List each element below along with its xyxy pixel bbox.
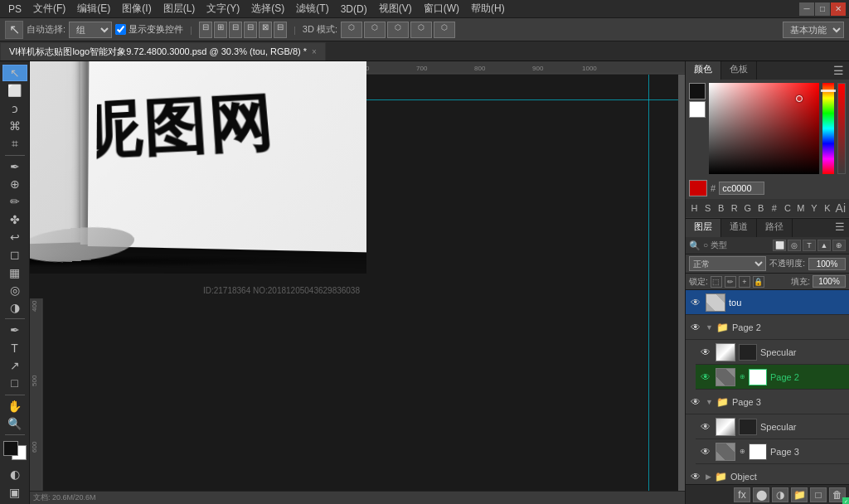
lock-transparent-btn[interactable]: ⬚ bbox=[711, 276, 722, 288]
clone-tool[interactable]: ✤ bbox=[2, 211, 27, 227]
ai-label[interactable]: Ai bbox=[836, 201, 846, 215]
3d-btn2[interactable]: ⬡ bbox=[364, 22, 386, 38]
align-center-btn[interactable]: ⊞ bbox=[214, 22, 227, 38]
menu-text[interactable]: 文字(Y) bbox=[201, 0, 245, 17]
text-tool[interactable]: T bbox=[2, 340, 27, 356]
layer-page3-smart-visibility[interactable]: 👁 bbox=[699, 445, 712, 458]
crop-tool[interactable]: ⌗ bbox=[2, 135, 27, 152]
brush-tool[interactable]: ✏ bbox=[2, 193, 27, 210]
color-picker[interactable] bbox=[3, 441, 27, 460]
lock-image-btn[interactable]: ✏ bbox=[725, 276, 736, 288]
zoom-tool[interactable]: 🔍 bbox=[2, 415, 27, 432]
color-tool-m[interactable]: M bbox=[795, 201, 806, 216]
menu-image[interactable]: 图像(I) bbox=[117, 0, 156, 17]
color-tool-6[interactable]: B bbox=[755, 201, 766, 216]
path-select-tool[interactable]: ↗ bbox=[2, 357, 27, 374]
new-layer-btn[interactable]: □ bbox=[810, 487, 827, 502]
tab-paths[interactable]: 路径 bbox=[757, 219, 793, 237]
panel-menu-icon[interactable]: ☰ bbox=[828, 61, 849, 80]
3d-btn4[interactable]: ⬡ bbox=[410, 22, 432, 38]
layer-page2-smart-visibility[interactable]: 👁 bbox=[699, 371, 712, 384]
layer-object-group[interactable]: 👁 ▶ 📁 Object bbox=[686, 464, 849, 484]
align-middle-btn[interactable]: ⊠ bbox=[259, 22, 272, 38]
history-brush-tool[interactable]: ↩ bbox=[2, 229, 27, 245]
color-tool-k[interactable]: K bbox=[822, 201, 832, 216]
layer-type-dropdown[interactable]: 组 图层 bbox=[69, 22, 112, 38]
3d-btn1[interactable]: ⬡ bbox=[341, 22, 362, 38]
tab-layers[interactable]: 图层 bbox=[686, 219, 721, 237]
add-mask-btn[interactable]: ⬤ bbox=[753, 487, 769, 502]
restore-button[interactable]: □ bbox=[815, 2, 830, 16]
color-tool-2[interactable]: S bbox=[702, 201, 713, 216]
layer-page2-group[interactable]: 👁 ▼ 📁 Page 2 bbox=[686, 315, 849, 340]
layer-page3-visibility[interactable]: 👁 bbox=[689, 395, 702, 409]
shape-tool[interactable]: □ bbox=[2, 375, 27, 391]
hand-tool[interactable]: ✋ bbox=[2, 397, 27, 414]
color-tool-4[interactable]: R bbox=[729, 201, 740, 216]
layer-object-visibility[interactable]: 👁 bbox=[689, 470, 702, 483]
pen-tool[interactable]: ✒ bbox=[2, 322, 27, 338]
menu-layer[interactable]: 图层(L) bbox=[158, 0, 201, 17]
filter-pixel-btn[interactable]: ⬜ bbox=[773, 240, 786, 251]
move-tool[interactable]: ↖ bbox=[2, 65, 27, 81]
color-tool-5[interactable]: G bbox=[742, 201, 753, 216]
show-transform-checkbox[interactable]: 显示变换控件 bbox=[115, 23, 183, 36]
opacity-strip[interactable] bbox=[837, 83, 846, 174]
layers-menu-icon[interactable]: ☰ bbox=[831, 219, 849, 237]
color-gradient-picker[interactable] bbox=[709, 83, 819, 174]
bg-color-swatch[interactable] bbox=[689, 101, 706, 118]
layer-page3-group[interactable]: 👁 ▼ 📁 Page 3 bbox=[686, 390, 849, 414]
menu-help[interactable]: 帮助(H) bbox=[466, 0, 510, 17]
color-tool-1[interactable]: H bbox=[689, 201, 700, 216]
quick-select-tool[interactable]: ⌘ bbox=[2, 118, 27, 134]
gradient-tool[interactable]: ▦ bbox=[2, 264, 27, 280]
workspace-dropdown[interactable]: 基本功能 bbox=[783, 22, 844, 38]
object-expand-arrow[interactable]: ▶ bbox=[706, 472, 711, 481]
page2-expand-arrow[interactable]: ▼ bbox=[706, 323, 713, 332]
color-tool-3[interactable]: B bbox=[716, 201, 726, 216]
layer-specular2[interactable]: 👁 Specular bbox=[696, 414, 849, 439]
eyedropper-tool[interactable]: ✒ bbox=[2, 158, 27, 174]
filter-text-btn[interactable]: T bbox=[803, 240, 816, 251]
layer-specular1[interactable]: 👁 Specular bbox=[696, 340, 849, 365]
lock-position-btn[interactable]: + bbox=[739, 276, 750, 288]
canvas-area[interactable]: 100 200 300 400 500 600 700 800 900 1000… bbox=[30, 61, 685, 504]
opacity-value[interactable]: 100% bbox=[808, 258, 846, 270]
screen-mode-tool[interactable]: ▣ bbox=[2, 484, 27, 501]
menu-file[interactable]: 文件(F) bbox=[28, 0, 70, 17]
quick-mask-tool[interactable]: ◐ bbox=[2, 466, 27, 482]
menu-window[interactable]: 窗口(W) bbox=[419, 0, 464, 17]
add-style-btn[interactable]: fx bbox=[734, 487, 750, 502]
3d-btn5[interactable]: ⬡ bbox=[434, 22, 455, 38]
blur-tool[interactable]: ◎ bbox=[2, 282, 27, 298]
rectangular-marquee-tool[interactable]: ⬜ bbox=[2, 82, 27, 99]
layer-page3-smart[interactable]: 👁 ⊕ Page 3 bbox=[696, 439, 849, 464]
eraser-tool[interactable]: ◻ bbox=[2, 246, 27, 263]
color-tool-c[interactable]: C bbox=[782, 201, 793, 216]
layer-tou[interactable]: 👁 tou bbox=[686, 290, 849, 315]
layer-tou-visibility[interactable]: 👁 bbox=[689, 296, 702, 309]
menu-edit[interactable]: 编辑(E) bbox=[72, 0, 115, 17]
menu-ps[interactable]: PS bbox=[3, 2, 27, 17]
document-tab[interactable]: VI样机标志贴图logo智能对象9.72.4800.3000.psd @ 30.… bbox=[0, 42, 326, 61]
hue-strip[interactable] bbox=[822, 83, 834, 174]
layer-page2-smart[interactable]: 👁 ✓ ⊕ Page 2 bbox=[696, 365, 849, 390]
color-tool-y[interactable]: Y bbox=[808, 201, 819, 216]
new-adjustment-btn[interactable]: ◑ bbox=[772, 487, 788, 502]
page3-expand-arrow[interactable]: ▼ bbox=[706, 398, 713, 406]
align-top-btn[interactable]: ⊟ bbox=[244, 22, 257, 38]
menu-3d[interactable]: 3D(D) bbox=[336, 2, 372, 17]
lasso-tool[interactable]: ↄ bbox=[2, 100, 27, 117]
hex-input[interactable] bbox=[719, 182, 764, 195]
tab-swatches[interactable]: 色板 bbox=[721, 61, 757, 80]
align-bottom-btn[interactable]: ⊟ bbox=[274, 22, 287, 38]
align-left-btn[interactable]: ⊟ bbox=[199, 22, 212, 38]
close-button[interactable]: ✕ bbox=[831, 2, 846, 16]
spot-heal-tool[interactable]: ⊕ bbox=[2, 176, 27, 192]
menu-view[interactable]: 视图(V) bbox=[374, 0, 417, 17]
tab-channels[interactable]: 通道 bbox=[721, 219, 757, 237]
foreground-color-swatch[interactable] bbox=[3, 441, 18, 456]
menu-select[interactable]: 选择(S) bbox=[246, 0, 289, 17]
color-tool-hex[interactable]: # bbox=[769, 201, 779, 216]
fg-color-swatch[interactable] bbox=[689, 83, 706, 99]
